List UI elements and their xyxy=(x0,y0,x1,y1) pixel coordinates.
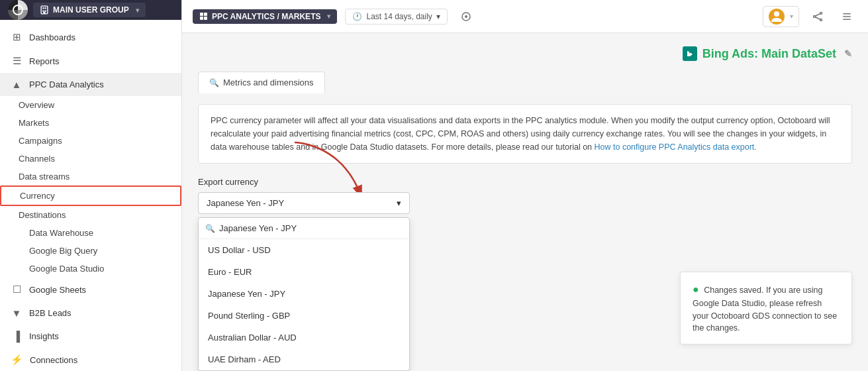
sidebar-label-markets: Markets xyxy=(19,118,49,128)
dropdown-option-eur[interactable]: Euro - EUR xyxy=(199,261,409,283)
svg-rect-21 xyxy=(843,19,851,20)
tabs-bar: 🔍 Metrics and dimensions xyxy=(198,72,852,93)
option-label-eur: Euro - EUR xyxy=(208,267,252,277)
dropdown-option-aud[interactable]: Australian Dollar - AUD xyxy=(199,327,409,348)
dropdown-search-icon: 🔍 xyxy=(205,224,215,233)
date-selector[interactable]: 🕐 Last 14 days, daily ▾ xyxy=(345,9,447,25)
sidebar-item-google-sheets[interactable]: ☐ Google Sheets xyxy=(0,278,181,301)
menu-btn[interactable] xyxy=(836,6,857,27)
svg-rect-10 xyxy=(204,17,207,20)
sidebar-item-connections[interactable]: ⚡ Connections xyxy=(0,348,181,371)
sidebar-item-currency[interactable]: Currency xyxy=(0,186,181,206)
svg-rect-20 xyxy=(843,16,851,17)
svg-point-14 xyxy=(820,12,822,14)
share-btn[interactable] xyxy=(807,6,828,27)
option-label-aud: Australian Dollar - AUD xyxy=(208,333,297,343)
sidebar-label-ppc: PPC Data Analytics xyxy=(29,80,104,89)
sidebar-top-bar: MAIN USER GROUP ▾ xyxy=(0,0,181,20)
sidebar-item-data-warehouse[interactable]: Data Warehouse xyxy=(0,224,181,242)
svg-rect-5 xyxy=(45,11,46,12)
sidebar-label-data-warehouse: Data Warehouse xyxy=(29,228,93,238)
export-currency-label: Export currency xyxy=(198,177,852,187)
dropdown-search-box[interactable]: 🔍 xyxy=(199,218,409,239)
group-chevron-icon: ▾ xyxy=(136,7,139,14)
sidebar-label-overview: Overview xyxy=(19,100,54,110)
filter-btn[interactable] xyxy=(456,6,477,27)
dropdown-search-input[interactable] xyxy=(219,223,403,233)
sidebar: MAIN USER GROUP ▾ ⊞ Dashboards ☰ Reports… xyxy=(0,0,182,371)
sidebar-item-overview[interactable]: Overview xyxy=(0,96,181,114)
google-sheets-icon: ☐ xyxy=(11,284,23,295)
svg-rect-2 xyxy=(42,7,44,9)
svg-point-12 xyxy=(465,15,467,18)
sidebar-item-google-big-query[interactable]: Google Big Query xyxy=(0,242,181,260)
option-label-jpy: Japanese Yen - JPY xyxy=(208,289,285,299)
top-header: PPC ANALYTICS / MARKETS ▾ 🕐 Last 14 days… xyxy=(182,0,868,33)
svg-line-18 xyxy=(815,17,820,19)
grid-icon xyxy=(199,12,208,21)
sidebar-label-insights: Insights xyxy=(29,331,59,341)
clock-icon: 🕐 xyxy=(352,12,362,21)
dropdown-chevron-icon: ▾ xyxy=(397,198,401,208)
info-box: PPC currency parameter will affect all y… xyxy=(198,104,852,164)
ppc-selector[interactable]: PPC ANALYTICS / MARKETS ▾ xyxy=(193,9,337,24)
sidebar-item-channels[interactable]: Channels xyxy=(0,150,181,168)
dropdown-option-jpy[interactable]: Japanese Yen - JPY xyxy=(199,283,409,305)
user-avatar-btn[interactable]: ▾ xyxy=(763,6,799,27)
sidebar-label-dashboards: Dashboards xyxy=(29,32,75,42)
dropdown-option-gbp[interactable]: Pound Sterling - GBP xyxy=(199,305,409,327)
option-label-aed: UAE Dirham - AED xyxy=(208,354,281,364)
option-label-usd: US Dollar - USD xyxy=(208,245,271,255)
ppc-label: PPC ANALYTICS / MARKETS xyxy=(212,12,320,21)
sidebar-item-dashboards[interactable]: ⊞ Dashboards xyxy=(0,25,181,49)
group-selector[interactable]: MAIN USER GROUP ▾ xyxy=(33,3,146,17)
svg-rect-6 xyxy=(43,12,45,14)
sidebar-item-markets[interactable]: Markets xyxy=(0,114,181,132)
filter-icon xyxy=(461,11,471,22)
tab-metrics[interactable]: 🔍 Metrics and dimensions xyxy=(198,72,325,93)
dropdown-option-usd[interactable]: US Dollar - USD xyxy=(199,239,409,261)
changes-toast: ● Changes saved. If you are using Google… xyxy=(680,272,852,344)
logo[interactable] xyxy=(8,0,28,20)
sidebar-item-google-data-studio[interactable]: Google Data Studio xyxy=(0,260,181,278)
svg-rect-19 xyxy=(843,13,851,15)
sidebar-item-insights[interactable]: ▐ Insights xyxy=(0,325,181,348)
connections-icon: ⚡ xyxy=(11,354,23,366)
sidebar-item-destinations[interactable]: Destinations xyxy=(0,206,181,224)
dashboards-icon: ⊞ xyxy=(11,31,23,43)
content-area: Bing Ads: Main DataSet ✎ 🔍 Metrics and d… xyxy=(182,33,868,371)
sidebar-label-google-big-query: Google Big Query xyxy=(29,246,97,256)
b2b-icon: ▼ xyxy=(11,307,23,319)
reports-icon: ☰ xyxy=(11,55,23,67)
dropdown-option-aed[interactable]: UAE Dirham - AED xyxy=(199,348,409,370)
sidebar-item-ppc-analytics[interactable]: ▲ PPC Data Analytics xyxy=(0,73,181,96)
dropdown-selected[interactable]: Japanese Yen - JPY ▾ xyxy=(198,192,410,214)
sidebar-label-b2b: B2B Leads xyxy=(29,308,72,318)
info-link[interactable]: How to configure PPC Analytics data expo… xyxy=(595,142,757,152)
sidebar-item-reports[interactable]: ☰ Reports xyxy=(0,49,181,73)
sidebar-label-reports: Reports xyxy=(29,56,60,66)
sidebar-item-b2b-leads[interactable]: ▼ B2B Leads xyxy=(0,301,181,325)
sidebar-item-data-streams[interactable]: Data streams xyxy=(0,168,181,186)
sidebar-label-campaigns: Campaigns xyxy=(19,136,62,146)
main-content: PPC ANALYTICS / MARKETS ▾ 🕐 Last 14 days… xyxy=(182,0,868,371)
edit-icon[interactable]: ✎ xyxy=(844,48,852,59)
group-label: MAIN USER GROUP xyxy=(53,5,129,15)
svg-point-0 xyxy=(13,5,23,15)
bing-ads-icon xyxy=(683,46,697,61)
date-chevron-icon: ▾ xyxy=(436,12,440,21)
sidebar-label-channels: Channels xyxy=(19,154,55,164)
svg-point-13 xyxy=(774,11,779,17)
svg-rect-7 xyxy=(200,13,203,16)
currency-dropdown[interactable]: Japanese Yen - JPY ▾ 🔍 US Dollar - USD E… xyxy=(198,192,410,214)
sidebar-label-currency: Currency xyxy=(20,191,55,201)
ppc-chevron-icon: ▾ xyxy=(327,13,330,20)
selected-currency-text: Japanese Yen - JPY xyxy=(207,198,284,208)
sidebar-label-google-data-studio: Google Data Studio xyxy=(29,264,104,274)
dropdown-menu: 🔍 US Dollar - USD Euro - EUR Japanese Ye… xyxy=(198,217,410,371)
title-row: Bing Ads: Main DataSet ✎ xyxy=(198,46,852,61)
svg-rect-8 xyxy=(204,13,207,16)
svg-rect-3 xyxy=(45,7,46,9)
sidebar-item-campaigns[interactable]: Campaigns xyxy=(0,132,181,150)
svg-rect-9 xyxy=(200,17,203,20)
